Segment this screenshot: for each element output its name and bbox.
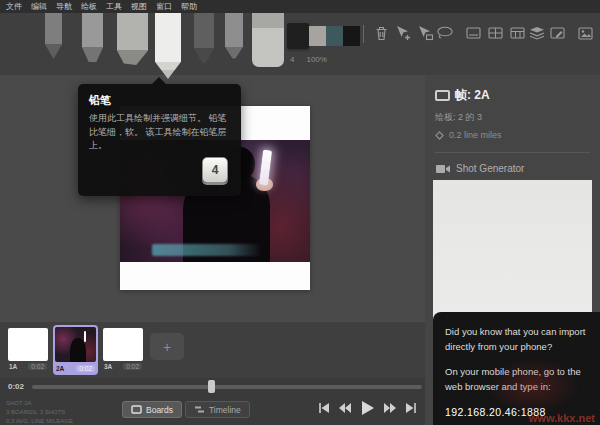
board-position: 绘板: 2 的 3: [435, 111, 482, 124]
menu-file[interactable]: 文件: [6, 1, 22, 12]
frame-title-row: 帧: 2A: [435, 87, 600, 104]
last-frame-icon: [405, 402, 417, 414]
play-button[interactable]: [360, 400, 375, 416]
diamond-icon: [435, 131, 444, 140]
board-thumbnail-1a[interactable]: 1A 0:02: [8, 328, 48, 372]
board-2a-image: [55, 327, 96, 362]
first-frame-icon: [318, 402, 330, 414]
tool-marker[interactable]: [117, 13, 148, 65]
toolbar: 4 100%: [0, 13, 600, 75]
menu-tools[interactable]: 工具: [106, 1, 122, 12]
photo-subtitle-blur: [152, 244, 262, 256]
boards-icon: [131, 405, 142, 414]
menu-board[interactable]: 绘板: [81, 1, 97, 12]
storyboarder-app: 文件 编辑 导航 绘板 工具 视图 窗口 帮助 4 100%: [0, 0, 600, 425]
phone-import-line2: On your mobile phone, go to the web brow…: [445, 365, 588, 394]
captions-board-icon[interactable]: [464, 24, 482, 42]
lasso-icon[interactable]: [436, 24, 454, 42]
timeline-scrubber-handle[interactable]: [208, 380, 215, 393]
add-board-button[interactable]: +: [150, 333, 184, 360]
board-2a-duration: 0:02: [76, 365, 95, 372]
tool-pencil-selected[interactable]: [155, 13, 181, 79]
duplicate-board-cursor-icon[interactable]: [416, 24, 434, 42]
board-1a-duration: 0:02: [28, 363, 47, 370]
tool-pen[interactable]: [194, 13, 214, 63]
boards-view-button[interactable]: Boards: [122, 401, 182, 418]
mini-lightstick: [84, 331, 86, 342]
palette-swatch-3[interactable]: [343, 26, 360, 46]
bottom-bar: SHOT 2A 3 BOARDS, 3 SHOTS 0.3 AVG. LINE …: [0, 395, 425, 425]
menu-navigation[interactable]: 导航: [56, 1, 72, 12]
tool-hard-pencil[interactable]: [82, 13, 103, 62]
play-icon: [360, 400, 375, 416]
brush-opacity-value[interactable]: 100%: [306, 55, 326, 64]
next-frame-icon: [383, 402, 397, 414]
board-thumbnail-2a-selected[interactable]: 2A 0:02: [53, 325, 98, 375]
timeline-view-label: Timeline: [209, 405, 241, 415]
sidebar-divider: [435, 152, 590, 153]
menu-help[interactable]: 帮助: [181, 1, 197, 12]
status-shot: SHOT 2A: [6, 399, 73, 408]
menu-bar: 文件 编辑 导航 绘板 工具 视图 窗口 帮助: [0, 0, 600, 13]
layers-icon[interactable]: [528, 24, 546, 42]
current-color-swatch[interactable]: [287, 23, 309, 49]
timeline-icon: [194, 405, 205, 414]
first-frame-button[interactable]: [318, 402, 330, 414]
phone-import-panel: Did you know that you can import directl…: [433, 312, 600, 425]
view-toggles: Boards Timeline: [122, 401, 250, 418]
frame-icon: [435, 90, 450, 101]
frame-title: 帧: 2A: [455, 87, 490, 104]
tool-brush[interactable]: [225, 13, 243, 60]
color-swatches: [287, 23, 360, 49]
tooltip-body: 使用此工具绘制并强调细节。 铅笔比笔细，软。 该工具绘制在铅笔层上。: [89, 112, 230, 153]
board-1a-id: 1A: [9, 363, 17, 370]
board-2a-id: 2A: [56, 365, 64, 372]
timeline-view-button[interactable]: Timeline: [185, 401, 250, 418]
toolbar-separator: [363, 25, 364, 43]
board-3a-image: [103, 328, 143, 361]
palette-swatch-2[interactable]: [326, 26, 343, 46]
status-mileage: 0.3 AVG. LINE MILEAGE: [6, 417, 73, 425]
palette-swatch-1[interactable]: [309, 26, 326, 46]
trash-icon[interactable]: [372, 24, 390, 42]
brush-size-value[interactable]: 4: [290, 55, 294, 64]
boards-view-label: Boards: [146, 405, 173, 415]
shot-status: SHOT 2A 3 BOARDS, 3 SHOTS 0.3 AVG. LINE …: [6, 399, 73, 425]
tooltip-title: 铅笔: [89, 93, 230, 108]
grid-board-icon[interactable]: [486, 24, 504, 42]
annotate-board-icon[interactable]: [548, 24, 566, 42]
board-1a-image: [8, 328, 48, 361]
menu-edit[interactable]: 编辑: [31, 1, 47, 12]
timeline-track[interactable]: [32, 385, 422, 389]
board-3a-duration: 0:02: [123, 363, 142, 370]
tool-light-pencil[interactable]: [45, 13, 62, 59]
previous-frame-icon: [338, 402, 352, 414]
line-mileage-row: 0.2 line miles: [435, 130, 600, 140]
phone-import-address: 192.168.20.46:1888: [445, 406, 588, 418]
board-position-row: 绘板: 2 的 3: [435, 111, 600, 124]
details-board-icon[interactable]: [508, 24, 526, 42]
next-frame-button[interactable]: [383, 402, 397, 414]
line-mileage: 0.2 line miles: [449, 130, 502, 140]
shot-generator-header[interactable]: Shot Generator: [435, 163, 600, 174]
phone-import-line1: Did you know that you can import directl…: [445, 325, 588, 354]
current-time-label: 0:02: [8, 382, 24, 391]
last-frame-button[interactable]: [405, 402, 417, 414]
sidebar: 帧: 2A 绘板: 2 的 3 0.2 line miles Shot Gene…: [425, 75, 600, 425]
board-3a-id: 3A: [104, 363, 112, 370]
shortcut-keycap: 4: [202, 157, 228, 183]
add-board-cursor-icon[interactable]: [394, 24, 412, 42]
board-strip: 1A 0:02 2A 0:02 3A 0:02 +: [0, 322, 425, 378]
tool-eraser[interactable]: [252, 13, 284, 67]
brush-settings: 4 100%: [290, 55, 327, 64]
export-image-icon[interactable]: [576, 24, 594, 42]
status-boards: 3 BOARDS, 3 SHOTS: [6, 408, 73, 417]
menu-view[interactable]: 视图: [131, 1, 147, 12]
playback-controls: [318, 400, 417, 416]
previous-frame-button[interactable]: [338, 402, 352, 414]
timeline-scrubber-row: 0:02: [0, 378, 425, 395]
menu-window[interactable]: 窗口: [156, 1, 172, 12]
pencil-tooltip: 铅笔 使用此工具绘制并强调细节。 铅笔比笔细，软。 该工具绘制在铅笔层上。 4: [78, 84, 241, 196]
board-thumbnail-3a[interactable]: 3A 0:02: [103, 328, 143, 372]
shot-generator-label: Shot Generator: [456, 163, 524, 174]
